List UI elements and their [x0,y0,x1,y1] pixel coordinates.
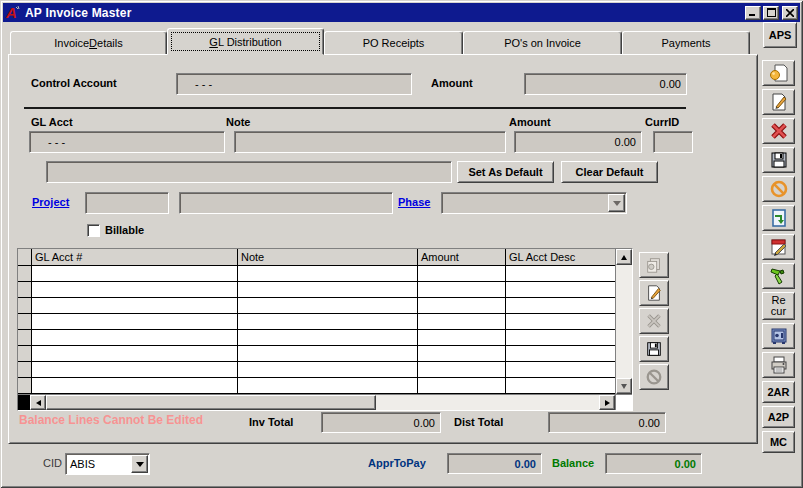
phase-combobox[interactable] [441,192,627,214]
aps-button[interactable]: APS [763,22,797,48]
clear-default-button[interactable]: Clear Default [561,161,658,183]
dist-total-field: 0.00 [548,412,666,433]
grid-delete-button[interactable] [639,308,669,334]
currid-label: CurrID [645,116,679,128]
amount-label: Amount [431,77,473,89]
grid-cell [32,346,238,361]
table-row[interactable] [18,330,615,346]
grid-cancel-button[interactable] [639,364,669,390]
scroll-right-button[interactable] [599,395,615,410]
cid-label: CID [43,457,62,469]
maximize-button[interactable] [763,6,779,20]
grid-cell [32,314,238,329]
maximize-icon [767,8,776,17]
phase-dropdown-button[interactable] [608,194,625,212]
import-document-button[interactable] [762,205,795,231]
scroll-track [616,265,632,378]
gl-distribution-grid: GL Acct # Note Amount GL Acct Desc [17,248,633,411]
grid-cell [506,266,615,281]
grid-cell [506,314,615,329]
project-desc-field[interactable] [179,192,393,214]
grid-horizontal-scrollbar[interactable] [18,394,632,410]
scroll-left-button[interactable] [30,395,46,410]
new-record-button[interactable] [762,60,795,86]
delete-button[interactable] [762,118,795,144]
row-selector-cell [18,362,32,377]
grid-header-gl-acct[interactable]: GL Acct # [32,249,238,265]
safe-button[interactable] [762,323,795,349]
amount-field[interactable]: 0.00 [524,73,687,95]
table-row[interactable] [18,298,615,314]
phase-link[interactable]: Phase [398,196,430,208]
row-selector-cell [18,266,32,281]
triangle-left-icon [36,400,41,406]
grid-save-button[interactable] [639,336,669,362]
table-row[interactable] [18,314,615,330]
table-row[interactable] [18,282,615,298]
close-button[interactable] [782,6,798,20]
tools-button[interactable] [762,263,795,289]
hammer-icon [769,266,789,286]
minimize-icon [749,8,757,17]
tab-po-receipts[interactable]: PO Receipts [324,31,463,55]
gl-acct-field[interactable]: - - - [29,131,225,153]
grid-vertical-scrollbar[interactable] [615,249,632,394]
tab-payments[interactable]: Payments [622,31,750,55]
svg-text:A: A [5,5,17,21]
separator-line [24,107,686,109]
control-account-label: Control Account [31,77,117,89]
table-row[interactable] [18,266,615,282]
delete-icon [769,121,789,141]
currid-field[interactable] [653,131,693,153]
edit-button[interactable] [762,89,795,115]
tab-pos-on-invoice[interactable]: PO's on Invoice [463,31,622,55]
table-row[interactable] [18,378,615,394]
table-row[interactable] [18,362,615,378]
grid-duplicate-button[interactable] [639,252,669,278]
grid-cell [418,266,506,281]
ap-invoice-master-window: A AP Invoice Master Invoice Details GL D… [0,0,803,488]
recurring-button[interactable]: Re cur [762,292,795,320]
grid-header-note[interactable]: Note [238,249,418,265]
save-button[interactable] [762,147,795,173]
grid-cell [32,266,238,281]
gl-desc-field[interactable] [46,161,452,183]
grid-cell [418,298,506,313]
table-row[interactable] [18,346,615,362]
to-2ar-button[interactable]: 2AR [762,381,795,403]
scroll-up-button[interactable] [616,249,632,265]
new-record-icon [769,63,789,83]
chevron-down-icon [613,201,621,206]
to-a2p-button[interactable]: A2P [762,406,795,428]
project-link[interactable]: Project [32,196,69,208]
cid-combobox[interactable]: ABIS [65,453,150,475]
grid-cell [506,330,615,345]
grid-header-amount[interactable]: Amount [418,249,506,265]
scroll-down-button[interactable] [616,378,632,394]
minimize-button[interactable] [745,6,761,20]
cid-dropdown-button[interactable] [131,455,148,473]
tab-gl-distribution[interactable]: GL Distribution [167,28,324,55]
billable-checkbox[interactable] [87,224,100,237]
horizontal-scroll-thumb[interactable] [46,395,376,410]
grid-edit-button[interactable] [639,280,669,306]
grid-header-gl-acct-desc[interactable]: GL Acct Desc [506,249,615,265]
warning-text: Balance Lines Cannot Be Edited [19,413,203,427]
set-as-default-button[interactable]: Set As Default [457,161,554,183]
grid-cell [418,282,506,297]
to-mc-button[interactable]: MC [762,431,795,453]
row-selector-cell [18,298,32,313]
grid-cell [506,378,615,393]
project-field[interactable] [85,192,169,214]
triangle-down-icon [621,384,627,389]
control-account-field[interactable]: - - - [176,73,412,95]
cancel-button[interactable] [762,176,795,202]
line-amount-field[interactable]: 0.00 [514,131,642,153]
tab-invoice-details[interactable]: Invoice Details [10,31,167,55]
memo-button[interactable] [762,234,795,260]
note-field[interactable] [234,131,506,153]
print-button[interactable] [762,352,795,378]
horizontal-scroll-track[interactable] [376,395,599,410]
grid-cell [506,298,615,313]
close-icon [786,9,794,17]
